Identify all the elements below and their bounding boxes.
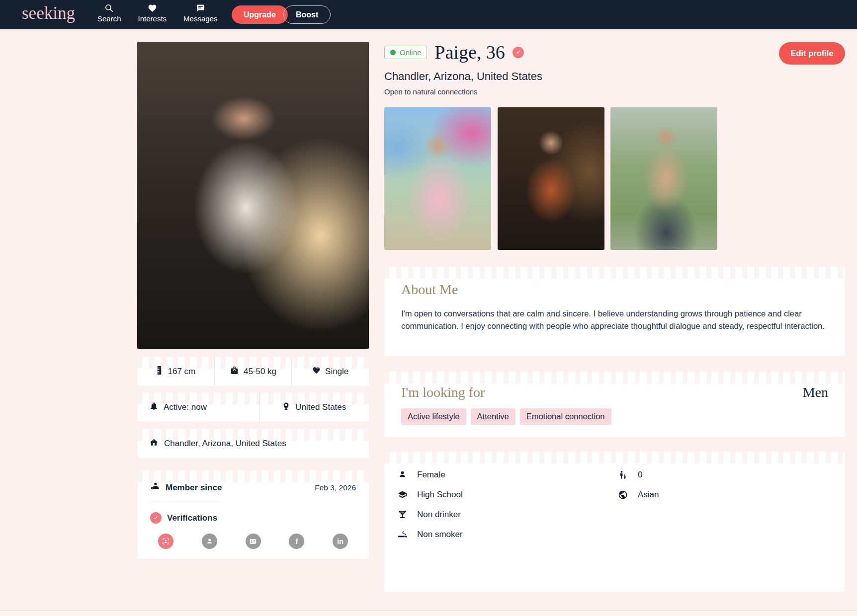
stat-relationship-value: Single xyxy=(325,367,348,377)
smoke-icon xyxy=(397,529,408,539)
heart-icon xyxy=(312,366,321,377)
profile-header: Online Paige, 36 xyxy=(384,43,524,62)
member-card: Member since Feb 3, 2026 Verifications f xyxy=(137,470,369,559)
boost-button[interactable]: Boost xyxy=(283,5,331,24)
looking-for-title: I'm looking for xyxy=(401,385,485,400)
profile-tagline: Open to natural connections xyxy=(384,87,478,96)
activity-card: Active: now United States xyxy=(137,392,369,422)
verified-badge-icon xyxy=(513,47,524,58)
detail-gender: Female xyxy=(397,468,463,481)
stats-card: 167 cm 45-50 kg Single xyxy=(137,357,369,386)
weight-icon xyxy=(230,366,239,378)
detail-drinking-value: Non drinker xyxy=(417,510,461,520)
stat-height-value: 167 cm xyxy=(168,367,195,377)
detail-smoking: Non smoker xyxy=(397,528,463,540)
facebook-glyph: f xyxy=(295,538,298,545)
chat-icon xyxy=(196,3,205,13)
online-dot-icon xyxy=(390,50,396,55)
stat-height: 167 cm xyxy=(137,357,214,386)
tag-chip: Attentive xyxy=(471,408,515,425)
stat-weight: 45-50 kg xyxy=(214,357,292,386)
home-icon xyxy=(149,438,159,450)
footer-strip xyxy=(0,611,857,616)
detail-smoking-value: Non smoker xyxy=(417,530,463,539)
gallery-photo-2[interactable] xyxy=(498,107,604,250)
profile-location: Chandler, Arizona, United States xyxy=(384,70,542,83)
verification-badges: f in xyxy=(158,534,348,549)
looking-for-card: I'm looking for Men Active lifestyle Att… xyxy=(384,372,845,437)
detail-ethnicity: Asian xyxy=(617,488,659,501)
drink-icon xyxy=(397,510,408,519)
online-badge: Online xyxy=(384,46,427,59)
education-icon xyxy=(397,489,408,500)
nav-item-label: Messages xyxy=(183,14,217,23)
nav-item-messages[interactable]: Messages xyxy=(183,3,217,23)
details-card: Female High School Non drinker Non smoke… xyxy=(384,452,845,592)
seeking-gender: Men xyxy=(803,385,828,400)
nav-item-search[interactable]: Search xyxy=(97,3,121,23)
search-icon xyxy=(104,3,114,13)
active-status: Active: now xyxy=(137,392,259,422)
looking-for-tags: Active lifestyle Attentive Emotional con… xyxy=(401,408,828,425)
detail-children-value: 0 xyxy=(638,470,642,480)
divider xyxy=(150,501,221,501)
details-column-right: 0 Asian xyxy=(617,468,659,501)
member-since-row: Member since Feb 3, 2026 xyxy=(150,481,356,494)
member-icon xyxy=(150,481,160,494)
profile-page: seeking Search Interests Messages xyxy=(0,0,857,616)
detail-ethnicity-value: Asian xyxy=(638,490,659,500)
detail-education: High School xyxy=(397,488,463,501)
stat-relationship: Single xyxy=(291,357,369,386)
about-title: About Me xyxy=(401,282,828,298)
about-card: About Me I'm open to conversations that … xyxy=(384,267,845,356)
details-column-left: Female High School Non drinker Non smoke… xyxy=(397,468,463,540)
brand-logo[interactable]: seeking xyxy=(22,3,75,23)
nav-item-interests[interactable]: Interests xyxy=(138,3,167,23)
stat-weight-value: 45-50 kg xyxy=(244,367,276,377)
profile-main-photo[interactable] xyxy=(137,42,369,349)
member-since-value: Feb 3, 2026 xyxy=(315,483,356,492)
detail-children: 0 xyxy=(617,468,659,481)
country: United States xyxy=(259,392,369,422)
verifications-label: Verifications xyxy=(167,513,217,523)
verifications-row: Verifications xyxy=(150,512,356,524)
profile-verification-icon[interactable] xyxy=(202,534,217,549)
tag-chip: Emotional connection xyxy=(520,408,611,425)
country-value: United States xyxy=(295,402,346,412)
detail-education-value: High School xyxy=(417,490,463,500)
nav-menu: Search Interests Messages xyxy=(97,3,217,23)
photo-verification-icon[interactable] xyxy=(158,534,173,549)
upgrade-button[interactable]: Upgrade xyxy=(232,5,288,24)
ruler-icon xyxy=(156,366,163,378)
about-body: I'm open to conversations that are calm … xyxy=(401,308,828,332)
nav-item-label: Search xyxy=(97,14,121,23)
gender-icon xyxy=(397,470,408,479)
gallery-photo-3[interactable] xyxy=(610,107,717,250)
looking-for-header: I'm looking for Men xyxy=(401,385,828,400)
member-since-label: Member since xyxy=(166,483,222,493)
linkedin-glyph: in xyxy=(337,538,343,545)
tag-chip: Active lifestyle xyxy=(401,408,466,425)
hometown-card: Chandler, Arizona, United States xyxy=(137,429,369,458)
profile-name: Paige, 36 xyxy=(434,43,505,62)
detail-gender-value: Female xyxy=(417,470,445,480)
location-pin-icon xyxy=(282,401,290,413)
active-status-value: Active: now xyxy=(164,402,207,412)
children-icon xyxy=(617,470,628,480)
detail-drinking: Non drinker xyxy=(397,508,463,521)
navbar: seeking Search Interests Messages xyxy=(0,0,857,29)
online-label: Online xyxy=(400,48,421,57)
ethnicity-globe-icon xyxy=(617,490,628,500)
hometown-row: Chandler, Arizona, United States xyxy=(137,438,286,450)
hometown-value: Chandler, Arizona, United States xyxy=(164,439,286,449)
nav-item-label: Interests xyxy=(138,14,167,23)
edit-profile-button[interactable]: Edit profile xyxy=(779,42,845,65)
verified-check-icon xyxy=(150,512,162,524)
linkedin-verification-icon[interactable]: in xyxy=(333,534,348,549)
bell-icon xyxy=(149,401,159,413)
gallery-photo-1[interactable] xyxy=(384,107,491,250)
facebook-verification-icon[interactable]: f xyxy=(289,534,304,549)
id-verification-icon[interactable] xyxy=(246,534,261,549)
heart-icon xyxy=(148,3,157,13)
